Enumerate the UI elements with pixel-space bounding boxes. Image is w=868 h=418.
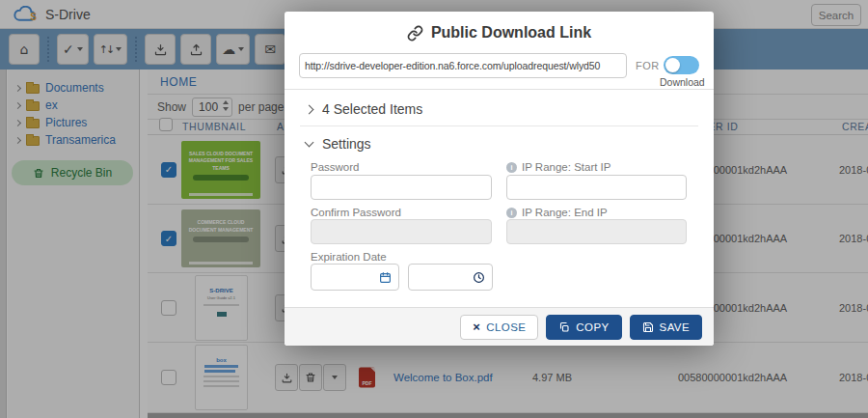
info-icon: i bbox=[506, 208, 517, 218]
link-icon bbox=[407, 25, 423, 42]
modal-footer: × CLOSE COPY SAVE bbox=[285, 307, 714, 346]
close-x-icon: × bbox=[473, 320, 480, 334]
chevron-down-icon bbox=[305, 138, 314, 148]
s-drive-app: S S-Drive Search ⌂ ✓ ↑↓ ☁ ✉ bbox=[0, 0, 868, 418]
download-toggle[interactable] bbox=[664, 56, 699, 74]
close-button[interactable]: × CLOSE bbox=[460, 315, 538, 340]
password-label: Password bbox=[311, 161, 360, 173]
modal-title: Public Download Link bbox=[285, 12, 714, 42]
calendar-icon bbox=[379, 271, 392, 284]
expiration-date-label: Expiration Date bbox=[311, 251, 387, 263]
clock-icon bbox=[473, 271, 485, 284]
toggle-knob bbox=[665, 58, 680, 72]
chevron-right-icon bbox=[305, 104, 314, 114]
save-icon bbox=[642, 321, 654, 333]
divider bbox=[285, 89, 714, 90]
expiration-date-input[interactable] bbox=[311, 264, 399, 291]
selected-items-section-toggle[interactable]: 4 Selected Items bbox=[306, 101, 422, 117]
expiration-time-input[interactable] bbox=[408, 264, 493, 291]
copy-button[interactable]: COPY bbox=[546, 315, 621, 340]
ip-end-label: i IP Range: End IP bbox=[506, 207, 608, 218]
public-link-input[interactable] bbox=[299, 53, 627, 78]
download-toggle-label: Download bbox=[660, 76, 705, 88]
info-icon: i bbox=[506, 162, 517, 173]
confirm-password-input[interactable] bbox=[311, 219, 492, 244]
ip-start-label: i IP Range: Start IP bbox=[506, 161, 610, 173]
copy-icon bbox=[558, 321, 570, 333]
ip-start-input[interactable] bbox=[506, 175, 687, 200]
url-row: FOR Download bbox=[299, 53, 699, 78]
save-button[interactable]: SAVE bbox=[630, 315, 702, 340]
for-label: FOR bbox=[636, 60, 660, 71]
confirm-password-label: Confirm Password bbox=[311, 207, 401, 218]
public-download-link-modal: Public Download Link FOR Download 4 Sele… bbox=[285, 12, 714, 346]
ip-end-input[interactable] bbox=[506, 219, 687, 244]
divider bbox=[300, 125, 698, 126]
password-input[interactable] bbox=[311, 175, 492, 200]
settings-section-toggle[interactable]: Settings bbox=[306, 136, 371, 152]
